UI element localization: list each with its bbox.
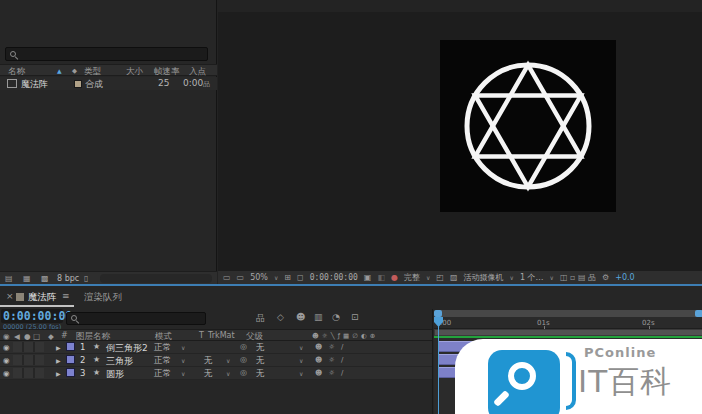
label-column-icon[interactable]: ◆ [72, 67, 77, 75]
eye-icon[interactable]: ◉ [3, 369, 10, 378]
primary-viewer-icon[interactable]: ▭ [237, 273, 245, 282]
layer-row[interactable]: ◉ ▶ 2 ★ 三角形 正常 ∨ 无 ∨ ◎ 无 ∨ ☻ ☼ ∕ [0, 354, 432, 367]
timeline-tab-icon [16, 293, 24, 301]
expand-arrow-icon[interactable]: ▶ [56, 370, 61, 377]
project-asset-row[interactable]: 魔法阵 合成 25 0:00 品 [0, 77, 217, 90]
create-folder-icon[interactable]: ▦ [23, 274, 31, 283]
hide-shy-layers-icon[interactable]: ☻ [296, 312, 305, 322]
region-of-interest-icon[interactable]: ◰ [436, 273, 444, 282]
gear-icon[interactable]: ⚙ [602, 273, 609, 282]
footer-spacer-box [100, 274, 212, 283]
interpret-footage-icon[interactable]: ▤ [5, 274, 13, 283]
snapshot-icon[interactable]: ▣ [364, 273, 372, 282]
frame-blend-icon[interactable]: ▥ [314, 312, 323, 322]
layer-label-swatch[interactable] [66, 355, 75, 364]
work-area-bar[interactable] [434, 329, 702, 336]
always-preview-icon[interactable]: ▭ [223, 273, 231, 282]
time-ruler[interactable]: :00 01s 02s [434, 317, 702, 329]
av-cells[interactable] [13, 355, 44, 365]
expand-arrow-icon[interactable]: ▶ [56, 344, 61, 351]
tab-render-queue[interactable]: 渲染队列 [84, 291, 122, 304]
time-navigator-track[interactable] [434, 310, 702, 317]
current-timecode[interactable]: 0:00:00:00 [3, 309, 72, 323]
parent-dropdown[interactable]: 无 [256, 355, 265, 367]
view-options-icons[interactable]: ◫ ▫ ▤ 品 [560, 272, 596, 283]
chevron-down-icon: ∨ [181, 370, 185, 377]
timeline-search-input[interactable] [66, 312, 206, 325]
mask-visibility-icon[interactable]: ◻ [297, 273, 304, 282]
composition-viewer-panel [218, 0, 702, 284]
layer-row[interactable]: ◉ ▶ 1 ★ 倒三角形2 正常 ∨ ◎ 无 ∨ ☻ ☼ ∕ [0, 341, 432, 354]
layer-switches-icons[interactable]: ☻ ☼ ∕ [315, 369, 345, 377]
delete-icon[interactable]: ▯ [84, 274, 88, 283]
chevron-down-icon: ∨ [226, 370, 230, 377]
magnifier-icon [508, 362, 536, 390]
composition-flowchart-icon[interactable]: 品 [256, 312, 265, 325]
expand-arrow-icon[interactable]: ▶ [56, 357, 61, 364]
grid-guides-icon[interactable]: ⊞ [284, 273, 291, 282]
asset-flowchart-icon: 品 [203, 79, 210, 89]
resolution-dropdown[interactable]: 完整 [404, 272, 420, 283]
new-composition-icon[interactable]: ▩ [41, 274, 49, 283]
viewer-timecode[interactable]: 0:00:00:00 [310, 273, 358, 282]
menu-icon[interactable]: ≡ [62, 291, 70, 301]
zoom-level-dropdown[interactable]: 50% [250, 273, 268, 282]
project-columns-header: 名称 ▲ ◆ 类型 大小 帧速率 入点 [0, 64, 217, 76]
parent-dropdown[interactable]: 无 [256, 368, 265, 380]
chevron-down-icon: ∨ [181, 357, 185, 364]
playhead-line[interactable] [438, 317, 439, 414]
asset-label-swatch[interactable] [74, 80, 82, 88]
audio-icon[interactable]: ◀ [14, 332, 20, 341]
transparency-grid-icon[interactable]: ▨ [450, 273, 458, 282]
watermark-bracket-shape [566, 352, 576, 410]
mode-dropdown[interactable]: 正常 [154, 342, 171, 354]
pickwhip-icon[interactable]: ◎ [240, 355, 247, 364]
project-search-input[interactable] [5, 47, 208, 61]
time-navigator-start-handle[interactable] [434, 310, 442, 317]
search-icon [71, 315, 77, 321]
draft-3d-icon[interactable]: ◇ [277, 312, 284, 322]
layer-label-swatch[interactable] [66, 368, 75, 377]
column-number[interactable]: # [61, 331, 68, 340]
graph-editor-icon[interactable]: ⊡ [351, 312, 359, 322]
exposure-value[interactable]: +0.0 [615, 273, 634, 282]
bit-depth-label[interactable]: 8 bpc [57, 274, 79, 283]
layer-name[interactable]: 圆形 [106, 368, 124, 381]
pickwhip-icon[interactable]: ◎ [240, 342, 247, 351]
asset-in-point: 0:00 [183, 78, 203, 88]
layer-switches-icons[interactable]: ☻ ☼ ∕ [315, 343, 345, 351]
chevron-down-icon: ∨ [299, 357, 303, 364]
av-cells[interactable] [13, 368, 44, 378]
mode-dropdown[interactable]: 正常 [154, 355, 171, 367]
show-snapshot-icon[interactable]: ◧ [377, 273, 385, 282]
eye-icon[interactable]: ◉ [3, 356, 10, 365]
composition-canvas[interactable] [440, 40, 616, 212]
motion-blur-icon[interactable]: ◔ [332, 312, 340, 322]
parent-dropdown[interactable]: 无 [256, 342, 265, 354]
camera-view-dropdown[interactable]: 活动摄像机 [463, 272, 503, 283]
eye-icon[interactable]: ◉ [3, 343, 10, 352]
channels-icon[interactable]: ● [391, 273, 398, 282]
layer-row[interactable]: ◉ ▶ 3 ★ 圆形 正常 ∨ 无 ∨ ◎ 无 ∨ ☻ ☼ ∕ [0, 367, 432, 380]
magnifier-handle [493, 390, 510, 407]
view-count-dropdown[interactable]: 1 个… [520, 272, 544, 283]
sort-ascending-icon[interactable]: ▲ [57, 67, 62, 74]
trkmat-dropdown[interactable]: 无 [204, 368, 213, 380]
av-cells[interactable] [13, 342, 44, 352]
column-t[interactable]: T [199, 331, 204, 340]
tab-composition[interactable]: 魔法阵 [28, 291, 57, 304]
label-column-icon[interactable]: ◆ [48, 332, 54, 341]
mode-dropdown[interactable]: 正常 [154, 368, 171, 380]
close-icon[interactable]: × [6, 291, 14, 301]
layer-switches-icons[interactable]: ☻ ☼ ∕ [315, 356, 345, 364]
solo-icon[interactable]: ● [24, 332, 31, 341]
shape-layer-icon: ★ [93, 355, 100, 364]
trkmat-dropdown[interactable]: 无 [204, 355, 213, 367]
pickwhip-icon[interactable]: ◎ [240, 368, 247, 377]
eye-icon[interactable]: ◉ [3, 332, 10, 341]
lock-icon[interactable]: □ [33, 332, 40, 341]
time-navigator-end-handle[interactable] [695, 310, 702, 317]
column-trkmat[interactable]: TrkMat [208, 331, 235, 340]
active-tab-underline [0, 305, 74, 307]
layer-label-swatch[interactable] [66, 342, 75, 351]
